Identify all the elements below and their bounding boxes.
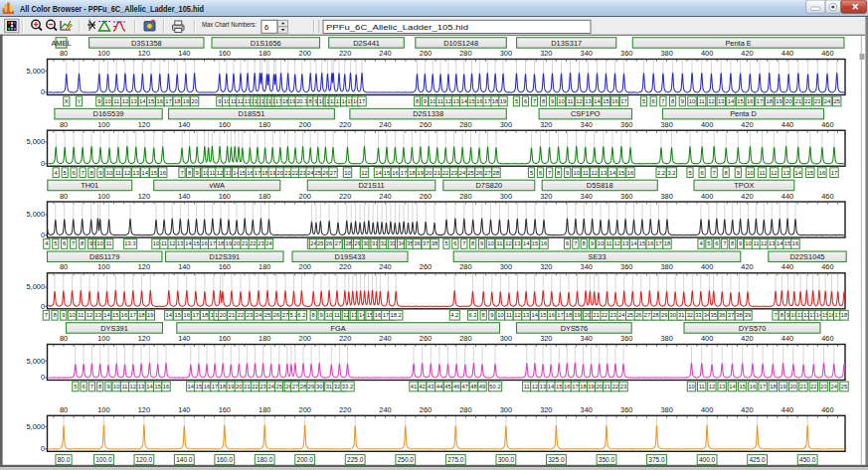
svg-text:27: 27 [282,312,288,318]
svg-text:16: 16 [184,312,190,318]
svg-text:7: 7 [774,312,777,318]
svg-text:Max Chart Numbers:: Max Chart Numbers: [202,21,257,28]
svg-text:25: 25 [841,384,847,390]
svg-text:27: 27 [292,384,298,390]
svg-text:20: 20 [236,384,242,390]
svg-text:280: 280 [459,405,471,414]
svg-text:220: 220 [339,120,351,129]
svg-text:180: 180 [259,262,270,271]
svg-text:12: 12 [708,98,714,104]
svg-text:14: 14 [795,170,802,176]
svg-text:15: 15 [150,170,156,176]
svg-text:11: 11 [606,240,611,246]
svg-text:9: 9 [566,170,569,176]
svg-text:420: 420 [741,334,753,343]
svg-text:13: 13 [133,170,139,176]
svg-text:6: 6 [715,240,718,246]
svg-text:19: 19 [574,312,580,318]
svg-text:AMEL: AMEL [51,39,71,48]
svg-text:9: 9 [319,312,322,318]
svg-text:11: 11 [161,240,167,246]
svg-text:10: 10 [113,384,119,390]
svg-text:DYS570: DYS570 [739,324,767,333]
svg-text:23: 23 [260,384,265,390]
svg-text:16: 16 [159,170,165,176]
svg-text:11: 11 [524,384,530,390]
svg-text:7: 7 [45,312,48,318]
svg-text:23: 23 [450,170,456,176]
svg-text:22: 22 [250,240,256,246]
svg-text:12: 12 [761,240,767,246]
svg-text:5: 5 [54,240,57,246]
svg-text:16: 16 [549,312,555,318]
svg-text:15: 15 [532,240,538,246]
svg-text:13.3: 13.3 [124,240,135,246]
svg-text:300.0: 300.0 [498,456,515,463]
svg-text:340: 340 [581,120,593,129]
svg-text:340: 340 [581,49,593,58]
svg-text:160: 160 [219,405,231,414]
svg-text:80: 80 [60,120,68,129]
svg-text:15: 15 [618,170,624,176]
svg-text:240: 240 [379,334,391,343]
svg-text:400: 400 [701,120,713,129]
svg-text:200: 200 [299,405,311,414]
svg-text:18: 18 [566,312,572,318]
svg-text:12: 12 [532,384,538,390]
svg-text:21: 21 [229,312,235,318]
svg-text:100.0: 100.0 [95,456,112,463]
svg-text:400: 400 [701,405,713,414]
svg-text:340: 340 [581,405,593,414]
svg-text:18: 18 [766,98,772,104]
svg-text:340: 340 [581,334,593,343]
svg-text:16: 16 [157,98,163,104]
svg-text:18: 18 [841,312,847,318]
svg-text:13: 13 [601,170,607,176]
svg-text:21: 21 [800,384,806,390]
svg-text:460: 460 [821,49,833,58]
svg-text:9: 9 [196,170,199,176]
svg-text:12: 12 [514,312,520,318]
svg-text:19: 19 [226,240,232,246]
svg-text:15: 15 [784,240,790,246]
svg-text:11: 11 [106,240,112,246]
svg-text:380: 380 [660,120,672,129]
svg-text:10: 10 [153,240,159,246]
svg-text:15: 15 [807,170,813,176]
svg-text:0: 0 [41,231,45,239]
svg-text:6: 6 [453,240,456,246]
svg-text:16: 16 [627,170,633,176]
svg-text:8: 8 [81,240,84,246]
svg-text:440: 440 [781,334,793,343]
svg-text:8: 8 [781,312,783,318]
svg-text:18: 18 [174,98,180,104]
svg-text:36: 36 [414,240,420,246]
svg-text:12: 12 [87,312,92,318]
svg-text:10: 10 [224,98,230,104]
svg-text:5,000: 5,000 [27,67,46,76]
svg-text:440: 440 [781,49,793,58]
svg-text:D13S317: D13S317 [551,39,582,48]
svg-text:25: 25 [833,98,839,104]
svg-text:80: 80 [60,405,68,414]
svg-text:25: 25 [264,312,270,318]
svg-text:12: 12 [130,384,136,390]
svg-text:300: 300 [500,334,512,343]
svg-text:27: 27 [330,170,336,176]
svg-text:15: 15 [540,312,546,318]
svg-text:All Color Browser - PPFu_6C_Al: All Color Browser - PPFu_6C_Allelic_Ladd… [20,4,204,14]
svg-text:13: 13 [718,98,724,104]
svg-text:10: 10 [598,240,604,246]
svg-text:140: 140 [178,405,190,414]
svg-text:320: 320 [540,192,552,201]
svg-text:10: 10 [69,312,75,318]
svg-text:D1S1656: D1S1656 [251,39,281,48]
svg-text:Penta E: Penta E [725,39,751,48]
svg-text:460: 460 [821,334,833,343]
svg-text:22: 22 [238,312,244,318]
svg-text:6: 6 [63,240,66,246]
svg-text:11: 11 [113,98,119,104]
svg-text:400: 400 [701,49,713,58]
svg-text:15: 15 [193,240,199,246]
svg-text:36: 36 [719,312,725,318]
